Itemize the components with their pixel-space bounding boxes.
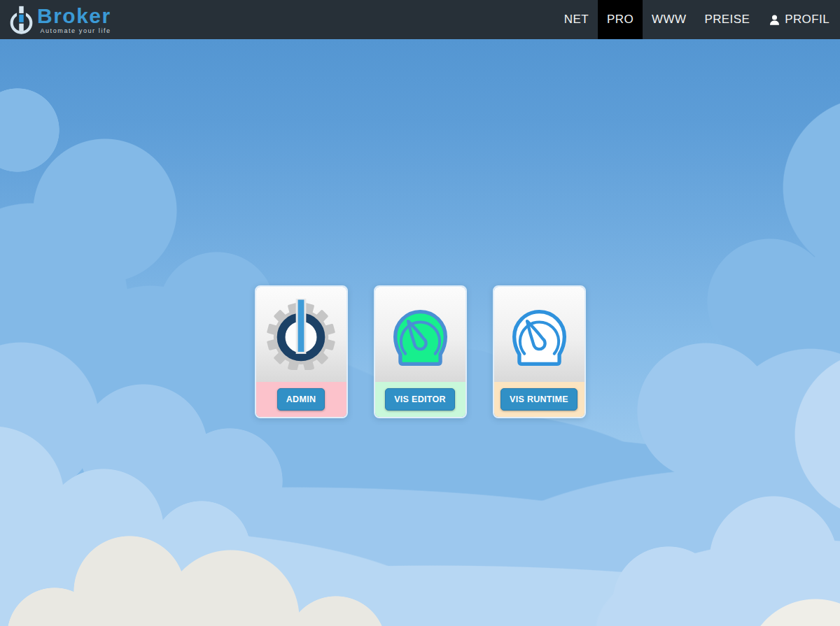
card-vis-runtime[interactable]: VIS RUNTIME (493, 285, 586, 418)
admin-button[interactable]: ADMIN (277, 388, 325, 411)
card-vis-editor-accent-band: VIS EDITOR (375, 382, 465, 417)
card-admin-icon-area (256, 287, 346, 382)
nav-item-preise[interactable]: PREISE (695, 0, 759, 39)
card-vis-editor-icon-area (375, 287, 465, 382)
nav-item-net[interactable]: NET (555, 0, 598, 39)
logo-text: Broker Automate your life (37, 2, 111, 34)
nav-item-www[interactable]: WWW (643, 0, 695, 39)
nav-item-profil-label: PROFIL (785, 13, 830, 27)
card-admin[interactable]: ADMIN (255, 285, 348, 418)
person-icon (768, 13, 781, 27)
card-admin-accent-band: ADMIN (256, 382, 346, 417)
nav-item-profil[interactable]: PROFIL (759, 0, 839, 39)
app-cards: ADMIN VIS EDITOR (0, 285, 840, 418)
iobroker-logo-icon (8, 5, 34, 37)
main-nav: NET PRO WWW PREISE PROFIL (555, 0, 840, 39)
vis-runtime-button[interactable]: VIS RUNTIME (500, 388, 578, 411)
card-vis-runtime-icon-area (494, 287, 584, 382)
iobroker-admin-gear-icon (267, 299, 335, 370)
brand-name: Broker (37, 5, 111, 27)
iobroker-logo[interactable]: Broker Automate your life (0, 2, 111, 37)
gauge-filled-green-icon (386, 302, 454, 367)
vis-editor-button[interactable]: VIS EDITOR (385, 388, 455, 411)
cloud-sky-background: ADMIN VIS EDITOR (0, 39, 840, 626)
top-nav-bar: Broker Automate your life NET PRO WWW PR… (0, 0, 840, 39)
gauge-outline-blue-icon (505, 302, 573, 367)
card-vis-editor[interactable]: VIS EDITOR (374, 285, 467, 418)
nav-item-pro[interactable]: PRO (598, 0, 643, 39)
brand-tagline: Automate your life (37, 27, 111, 34)
card-vis-runtime-accent-band: VIS RUNTIME (494, 382, 584, 417)
